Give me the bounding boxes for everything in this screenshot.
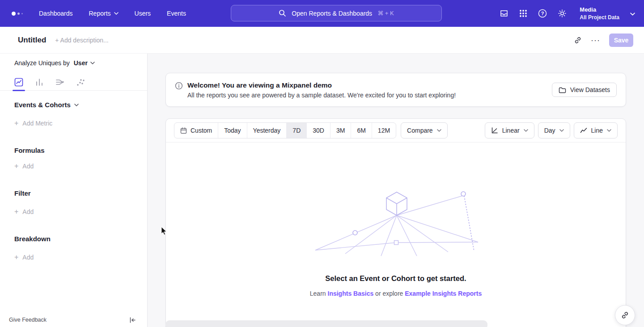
nav-item-events[interactable]: Events <box>167 10 186 17</box>
chart-display-controls: Linear Day Line <box>485 122 618 138</box>
chevron-down-icon <box>559 129 564 132</box>
logo-dot <box>17 13 20 15</box>
tab-scatter[interactable] <box>75 77 86 88</box>
logo-dot <box>12 12 16 16</box>
more-options-button[interactable]: ··· <box>591 38 600 42</box>
scatter-tab-icon <box>76 78 85 87</box>
line-chart-icon <box>580 127 587 134</box>
formulas-label: Formulas <box>14 147 45 154</box>
help-icon[interactable]: ? <box>538 8 547 18</box>
date-range-label: Today <box>224 127 241 134</box>
apps-grid-icon[interactable] <box>519 9 528 18</box>
nav-item-reports[interactable]: Reports <box>89 10 119 17</box>
nav-item-label: Dashboards <box>39 10 73 17</box>
events-cohorts-section[interactable]: Events & Cohorts <box>14 101 79 109</box>
info-icon <box>175 82 183 90</box>
mixpanel-logo[interactable] <box>12 12 23 16</box>
date-range-label: 3M <box>336 127 345 134</box>
settings-gear-icon[interactable] <box>557 8 567 18</box>
project-chevron-down-icon[interactable] <box>630 9 635 17</box>
search-placeholder: Open Reports & Dashboards <box>292 10 372 17</box>
analyze-entity-value: User <box>74 59 88 67</box>
granularity-selector-button[interactable]: Day <box>538 122 570 138</box>
add-formula-button[interactable]: + Add <box>14 163 34 170</box>
banner-title: Welcome! You are viewing a Mixpanel demo <box>187 81 456 89</box>
nav-item-dashboards[interactable]: Dashboards <box>39 10 73 17</box>
date-range-label: Yesterday <box>253 127 281 134</box>
app-window: Dashboards Reports Users Events Open Rep… <box>0 0 644 327</box>
collapse-sidebar-icon[interactable] <box>129 316 136 324</box>
date-range-custom[interactable]: Custom <box>174 123 218 138</box>
analyze-entity-dropdown[interactable]: User <box>74 59 95 67</box>
scale-label: Linear <box>502 127 520 134</box>
add-filter-button[interactable]: + Add <box>14 208 34 215</box>
line-chart-tab-icon <box>14 78 23 87</box>
report-title[interactable]: Untitled <box>18 36 46 45</box>
chevron-down-icon <box>114 12 119 15</box>
insights-basics-link[interactable]: Insights Basics <box>328 290 374 297</box>
date-range-label: 12M <box>378 127 390 134</box>
view-datasets-label: View Datasets <box>570 86 610 93</box>
nav-item-label: Events <box>167 10 186 17</box>
flow-tab-icon <box>55 78 64 87</box>
project-name: Media <box>580 6 619 14</box>
date-range-3m[interactable]: 3M <box>330 123 351 138</box>
date-range-label: Custom <box>191 127 212 134</box>
date-range-12m[interactable]: 12M <box>372 123 396 138</box>
formulas-section: Formulas <box>14 147 45 154</box>
date-range-today[interactable]: Today <box>218 123 246 138</box>
logo-dot <box>21 13 23 14</box>
add-description-field[interactable]: + Add description... <box>55 37 108 44</box>
add-filter-label: Add <box>22 208 34 215</box>
linear-scale-icon <box>491 127 498 134</box>
copy-link-icon[interactable] <box>574 36 582 44</box>
date-range-6m[interactable]: 6M <box>351 123 371 138</box>
query-builder-sidebar: Analyze Uniques by User Events & Cohorts <box>0 54 148 327</box>
tab-flow[interactable] <box>55 77 65 88</box>
analyze-label: Analyze Uniques by <box>14 59 70 67</box>
date-range-30d[interactable]: 30D <box>306 123 330 138</box>
filter-section: Filter <box>14 189 31 197</box>
save-button[interactable]: Save <box>609 34 633 47</box>
folder-icon <box>559 87 566 93</box>
insights-report-card: Custom Today Yesterday 7D 30D 3M 6M 12M … <box>165 118 626 327</box>
report-header: Untitled + Add description... ··· Save <box>0 27 644 54</box>
events-cohorts-label: Events & Cohorts <box>14 101 71 109</box>
example-insights-reports-link[interactable]: Example Insights Reports <box>405 290 482 297</box>
banner-text: Welcome! You are viewing a Mixpanel demo… <box>187 81 456 99</box>
add-breakdown-label: Add <box>22 254 34 261</box>
middle-text: or explore <box>375 290 403 297</box>
give-feedback-link[interactable]: Give Feedback <box>9 317 47 323</box>
project-dataset: All Project Data <box>580 14 619 21</box>
bar-chart-tab-icon <box>35 78 44 87</box>
empty-state-illustration <box>312 189 482 256</box>
nav-item-label: Reports <box>89 10 111 17</box>
plus-icon: + <box>14 120 18 127</box>
add-formula-label: Add <box>22 163 34 170</box>
view-datasets-button[interactable]: View Datasets <box>552 83 617 97</box>
inbox-icon[interactable] <box>499 8 509 18</box>
scale-selector-button[interactable]: Linear <box>485 122 534 138</box>
date-range-yesterday[interactable]: Yesterday <box>247 123 287 138</box>
chevron-down-icon <box>74 104 79 106</box>
main-content: Welcome! You are viewing a Mixpanel demo… <box>148 54 644 327</box>
metric-type-tabs <box>0 74 147 91</box>
granularity-label: Day <box>544 127 555 134</box>
compare-button[interactable]: Compare <box>401 122 448 138</box>
analyze-uniques-row: Analyze Uniques by User <box>14 59 95 67</box>
global-search-bar[interactable]: Open Reports & Dashboards ⌘ + K <box>231 5 442 21</box>
chart-type-selector-button[interactable]: Line <box>574 122 618 138</box>
tab-bar-chart[interactable] <box>34 77 45 88</box>
project-switcher[interactable]: Media All Project Data <box>580 6 619 21</box>
date-range-7d[interactable]: 7D <box>286 123 306 138</box>
add-breakdown-button[interactable]: + Add <box>14 254 34 261</box>
breakdown-label: Breakdown <box>14 235 51 243</box>
tab-line-chart[interactable] <box>13 77 24 88</box>
date-range-label: 7D <box>292 127 301 134</box>
share-link-fab[interactable] <box>615 305 635 325</box>
empty-state-title: Select an Event or Cohort to get started… <box>166 274 626 283</box>
nav-item-users[interactable]: Users <box>135 10 151 17</box>
banner-body: All the reports you see are powered by a… <box>187 92 456 99</box>
add-metric-button[interactable]: + Add Metric <box>14 120 52 127</box>
calendar-icon <box>180 127 187 134</box>
